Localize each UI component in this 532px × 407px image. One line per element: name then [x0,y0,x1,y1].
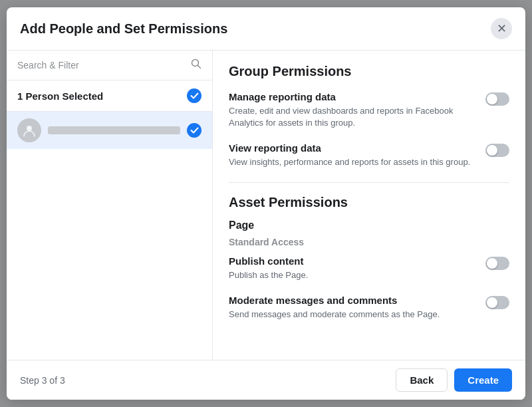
permission-view-reporting-name: View reporting data [229,142,475,154]
permission-item-manage-reporting: Manage reporting data Create, edit and v… [229,91,509,129]
right-panel: Group Permissions Manage reporting data … [213,51,525,360]
section-divider [229,182,509,183]
permission-manage-reporting-desc: Create, edit and view dashboards and rep… [229,105,475,129]
permission-moderate-name: Moderate messages and comments [229,295,475,306]
manage-reporting-toggle[interactable] [485,92,509,106]
publish-toggle[interactable] [485,257,509,270]
modal-overlay: Add People and Set Permissions ✕ [0,0,532,407]
create-button[interactable]: Create [454,368,512,392]
group-permissions-title: Group Permissions [229,64,509,79]
modal-title: Add People and Set Permissions [20,21,227,37]
selected-header: 1 Person Selected [7,80,212,112]
list-item[interactable] [7,112,212,149]
modal-header: Add People and Set Permissions ✕ [7,7,525,51]
modal-footer: Step 3 of 3 Back Create [7,360,525,400]
access-level-label: Standard Access [229,237,509,247]
asset-type-label: Page [229,219,509,231]
search-icon [191,59,201,72]
permission-publish-text: Publish content Publish as the Page. [229,255,475,281]
svg-point-2 [27,126,32,131]
permission-publish-desc: Publish as the Page. [229,269,475,281]
permission-item-view-reporting: View reporting data View insights, perfo… [229,142,509,168]
permission-manage-reporting-name: Manage reporting data [229,91,475,102]
close-button[interactable]: ✕ [491,18,512,39]
permission-manage-reporting-text: Manage reporting data Create, edit and v… [229,91,475,129]
permission-moderate-desc: Send messages and moderate comments as t… [229,309,475,321]
permission-view-reporting-text: View reporting data View insights, perfo… [229,142,475,168]
permission-view-reporting-desc: View insights, performance and reports f… [229,156,475,168]
left-panel: 1 Person Selected [7,51,213,360]
asset-permissions-title: Asset Permissions [229,195,509,210]
selected-check-icon [187,88,201,103]
person-list [7,112,212,360]
moderate-toggle[interactable] [485,296,509,309]
close-icon: ✕ [497,21,507,36]
step-label: Step 3 of 3 [20,375,65,386]
permission-moderate-text: Moderate messages and comments Send mess… [229,295,475,321]
view-reporting-toggle[interactable] [485,144,509,157]
permission-item-moderate: Moderate messages and comments Send mess… [229,295,509,321]
person-name-blurred [48,126,180,134]
permission-publish-name: Publish content [229,255,475,267]
search-bar [7,51,212,80]
svg-line-1 [198,66,201,68]
selected-count-label: 1 Person Selected [17,90,103,102]
permission-item-publish: Publish content Publish as the Page. [229,255,509,281]
person-check-icon [187,123,201,138]
footer-buttons: Back Create [396,368,512,392]
avatar [17,118,41,142]
modal: Add People and Set Permissions ✕ [7,7,525,400]
back-button[interactable]: Back [396,368,448,392]
search-input[interactable] [17,60,186,70]
modal-body: 1 Person Selected [7,51,525,360]
